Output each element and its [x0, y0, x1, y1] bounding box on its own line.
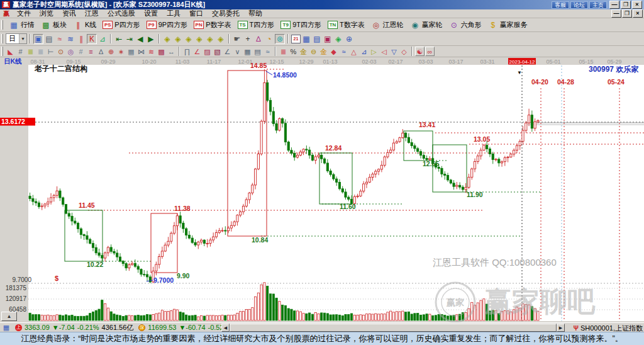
menu-item-江恩[interactable]: 江恩 — [80, 9, 103, 18]
gann-levels-icon[interactable]: ≣ — [36, 47, 45, 56]
fan-lines-icon[interactable]: ∠ — [192, 47, 202, 56]
mdi-minimize-button[interactable]: — — [611, 9, 621, 18]
toolbar-button-赢家服务[interactable]: $赢家服务 — [485, 19, 531, 31]
save-icon[interactable]: ▣ — [323, 34, 333, 44]
box-top-icon[interactable]: ∏ — [182, 47, 192, 56]
fib-retrace-icon[interactable]: ≣ — [279, 47, 288, 56]
percent-icon[interactable]: % — [289, 47, 298, 56]
golden-grid-icon[interactable]: 金 — [319, 47, 328, 56]
title-bar[interactable]: 赢 赢家老子时空周期系统[纵横版] - [欢乐家 SZ300997-184日K线… — [0, 0, 644, 9]
chart-layout-icon[interactable]: ▣ — [33, 34, 43, 44]
arrow-left-icon[interactable]: ◁ — [379, 47, 389, 56]
period-combo[interactable]: 日▼ — [6, 33, 27, 44]
ruler-icon[interactable]: ⊢ — [46, 47, 55, 56]
waves2-icon[interactable]: ≈ — [263, 47, 272, 56]
prev-bar-icon[interactable]: ◀ — [135, 34, 145, 44]
scroll-right-button[interactable]: ▶ — [557, 324, 565, 332]
kline-toggle-icon[interactable]: K — [87, 34, 97, 44]
download-icon[interactable]: ⊕ — [344, 34, 354, 44]
diamond-tool-icon[interactable]: ◆ — [329, 47, 338, 56]
toolbar-button-T数字表[interactable]: TNT数字表 — [325, 19, 368, 31]
menu-item-窗口[interactable]: 窗口 — [185, 9, 208, 18]
quote-table-icon[interactable]: ▦ — [1, 324, 11, 332]
trend-wave-icon[interactable]: ≈ — [55, 34, 65, 44]
report-icon[interactable]: ▤ — [312, 34, 322, 44]
toolbar-button-T四方形[interactable]: TST四方形 — [235, 19, 278, 31]
hand-tool-icon[interactable]: ☛ — [232, 34, 242, 44]
close-button[interactable]: × — [632, 1, 642, 9]
scrollbar-thumb[interactable] — [230, 324, 557, 332]
rect-shade-icon[interactable]: ▩ — [157, 47, 166, 56]
triangle-up-icon[interactable]: △ — [349, 47, 358, 56]
network-icon[interactable]: ◈ — [333, 34, 343, 44]
angle-tool-icon[interactable]: ∆ — [96, 47, 106, 56]
price-levels-icon[interactable]: ≣ — [26, 47, 35, 56]
calendar-icon[interactable]: 21 — [291, 35, 301, 43]
menu-item-工具[interactable]: 工具 — [162, 9, 185, 18]
right-triangle-icon[interactable]: ⊿ — [359, 47, 369, 56]
horizontal-span-icon[interactable]: ↔ — [167, 47, 176, 56]
first-bar-icon[interactable]: ⇤ — [114, 34, 124, 44]
toolbar-button-P数字表[interactable]: PNP数字表 — [191, 19, 234, 31]
scroll-left-button[interactable]: ◀ — [221, 324, 230, 332]
menu-item-设置[interactable]: 设置 — [140, 9, 162, 18]
info-view-icon[interactable]: ▤ — [44, 34, 54, 44]
gann-cycle-left-icon[interactable]: ◈ — [162, 34, 172, 44]
toolbar-button-K线[interactable]: ∥K线 — [70, 19, 99, 31]
spiral-icon[interactable]: ⊙ — [56, 47, 65, 56]
menu-item-文件[interactable]: 文件 — [13, 9, 35, 18]
pencil-icon[interactable]: ◣ — [6, 47, 15, 56]
restore-button[interactable]: ❐ — [621, 1, 631, 9]
calculator-icon[interactable]: ▦ — [301, 34, 311, 44]
gann-cycle-remove-icon[interactable]: ◈ — [205, 34, 215, 44]
toolbar-grip[interactable] — [1, 20, 3, 30]
triangle-down-icon[interactable]: ▽ — [389, 47, 399, 56]
next-bar-icon[interactable]: ▶ — [146, 34, 156, 44]
golden-circle-icon[interactable]: ⊖ — [309, 47, 318, 56]
gann-circle-icon[interactable]: ⊕ — [106, 47, 116, 56]
menu-item-交易委托[interactable]: 交易委托 — [208, 9, 244, 18]
shade1-icon[interactable]: ▨ — [203, 47, 212, 56]
grid-tool-icon[interactable]: # — [16, 47, 25, 56]
titlebar-link-主页[interactable]: 主页 — [589, 1, 607, 9]
gann-cycle-center-icon[interactable]: ◈ — [216, 34, 226, 44]
wheel-tool-icon[interactable]: ⊛ — [275, 34, 285, 44]
titlebar-link-客服[interactable]: 客服 — [552, 1, 569, 9]
angle2-icon[interactable]: ∠ — [223, 47, 232, 56]
menu-item-浏览[interactable]: 浏览 — [35, 9, 58, 18]
parallel-lines-icon[interactable]: ≡ — [86, 47, 96, 56]
toolbar-button-9P四方形[interactable]: P99P四方形 — [143, 19, 191, 31]
time-range-icon[interactable]: ⋈ — [136, 47, 146, 56]
taiji-icon[interactable]: ☯ — [415, 47, 425, 56]
pane-toggle-button[interactable]: ▲ — [1, 312, 17, 321]
last-bar-icon[interactable]: ⇥ — [125, 34, 135, 44]
circle-tool-icon[interactable]: ◎ — [66, 47, 75, 56]
box-grid-icon[interactable]: ▦ — [126, 47, 136, 56]
chart-scrollbar[interactable]: ◀ ▶ — [221, 324, 565, 332]
gann-fan-icon[interactable]: ∗ — [116, 47, 126, 56]
grid2-tool-icon[interactable]: # — [76, 47, 86, 56]
toolbar-button-江恩轮[interactable]: ◎江恩轮 — [368, 19, 407, 31]
menu-item-资讯[interactable]: 资讯 — [58, 9, 80, 18]
wave-lines-icon[interactable]: ≋ — [65, 34, 75, 44]
minimize-button[interactable]: — — [609, 1, 619, 9]
shade2-icon[interactable]: ▧ — [213, 47, 222, 56]
crosshair-tool-icon[interactable]: + — [243, 34, 253, 44]
toolbar-button-行情[interactable]: ▦行情 — [6, 19, 38, 31]
infinity-icon[interactable]: ∞ — [425, 47, 435, 56]
toolbar-grip[interactable] — [1, 34, 3, 43]
menu-item-公式选股[interactable]: 公式选股 — [103, 9, 140, 18]
band-tool-icon[interactable]: ≋ — [147, 47, 156, 56]
gann-cycle-add-icon[interactable]: ◈ — [194, 34, 204, 44]
time-cycle-icon[interactable]: ◔ — [264, 34, 274, 44]
gann-cycle-right-icon[interactable]: ◈ — [173, 34, 183, 44]
golden-section-icon[interactable]: 金 — [299, 47, 308, 56]
mdi-restore-button[interactable]: ❐ — [622, 9, 632, 18]
grid3-icon[interactable]: ▦ — [243, 47, 252, 56]
arrow-right-icon[interactable]: ▷ — [369, 47, 379, 56]
toolbar-button-赢家轮[interactable]: ◉赢家轮 — [407, 19, 446, 31]
mdi-close-button[interactable]: × — [633, 9, 643, 18]
menu-item-帮助[interactable]: 帮助 — [244, 9, 267, 18]
toolbar-button-9T四方形[interactable]: T99T四方形 — [277, 19, 325, 31]
flag-icon[interactable]: ⊿ — [97, 34, 108, 44]
